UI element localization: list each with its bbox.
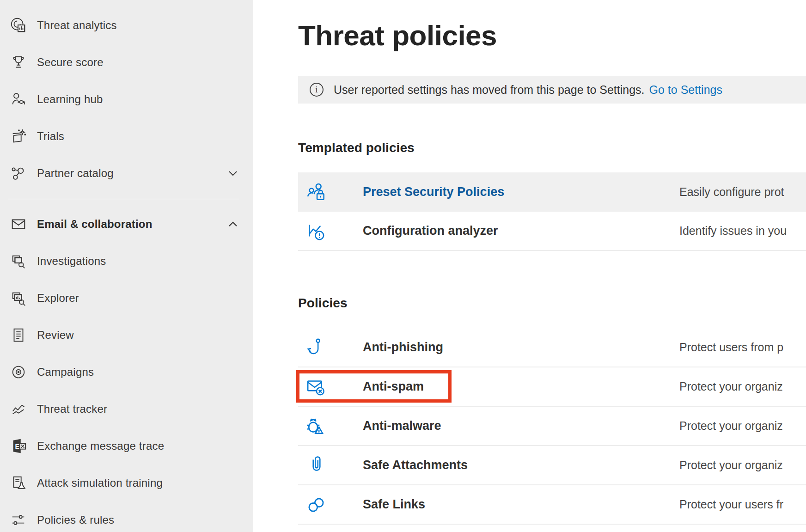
configuration-analyzer-icon	[298, 220, 335, 242]
policy-row-label[interactable]: Anti-spam	[363, 379, 679, 394]
anti-malware-icon	[298, 416, 335, 437]
trials-icon	[9, 127, 28, 146]
policy-row-configuration-analyzer[interactable]: Configuration analyzer Identify issues i…	[298, 212, 806, 251]
policy-row-label[interactable]: Anti-phishing	[363, 340, 679, 355]
page-title: Threat policies	[298, 18, 806, 53]
policy-row-label[interactable]: Anti-malware	[363, 419, 679, 433]
sidebar-divider	[8, 199, 239, 199]
policy-row-description: Identify issues in you	[679, 224, 806, 238]
policy-row-description: Protect your organiz	[679, 419, 806, 433]
policy-row-label[interactable]: Preset Security Policies	[363, 185, 679, 199]
chevron-down-icon[interactable]	[227, 168, 238, 179]
policy-row-label[interactable]: Configuration analyzer	[363, 224, 679, 238]
svg-text:E: E	[15, 443, 19, 450]
policy-row-anti-malware[interactable]: Anti-malware Protect your organiz	[298, 407, 806, 446]
policies-list: Anti-phishing Protect users from p Anti-…	[298, 328, 806, 525]
sidebar-item-learning-hub[interactable]: Learning hub	[0, 81, 253, 118]
sidebar-item-label: Attack simulation training	[37, 477, 163, 489]
sidebar-item-label: Exchange message trace	[37, 440, 164, 453]
sidebar-item-campaigns[interactable]: Campaigns	[0, 354, 253, 391]
sidebar-item-label: Threat tracker	[37, 403, 107, 416]
sidebar-item-policies-rules[interactable]: Policies & rules	[0, 501, 253, 532]
info-banner: i User reported settings has moved from …	[298, 76, 806, 104]
main-content: Threat policies i User reported settings…	[253, 0, 806, 532]
sidebar-item-label: Secure score	[37, 56, 104, 69]
policies-rules-icon	[9, 511, 28, 529]
campaigns-icon	[9, 363, 28, 381]
policy-row-preset-security-policies[interactable]: Preset Security Policies Easily configur…	[298, 172, 806, 212]
sidebar-item-label: Partner catalog	[37, 167, 114, 180]
policy-row-description: Protect users from p	[679, 341, 806, 354]
policy-row-label[interactable]: Safe Attachments	[363, 458, 679, 472]
sidebar-item-investigations[interactable]: Investigations	[0, 243, 253, 280]
sidebar-item-label: Investigations	[37, 255, 106, 268]
learning-hub-icon	[9, 90, 28, 109]
policy-row-description: Easily configure prot	[679, 185, 806, 199]
threat-analytics-icon	[9, 16, 28, 35]
sidebar-item-review[interactable]: Review	[0, 317, 253, 354]
info-icon: i	[310, 83, 324, 97]
exchange-message-trace-icon: E	[9, 437, 28, 455]
policy-row-description: Protect your users fr	[679, 498, 806, 511]
anti-spam-icon	[298, 376, 335, 397]
partner-catalog-icon	[9, 164, 28, 183]
sidebar-item-label: Trials	[37, 130, 64, 143]
preset-security-policies-icon	[298, 182, 335, 203]
anti-phishing-icon	[298, 337, 335, 358]
sidebar-item-label: Explorer	[37, 292, 79, 305]
templated-policies-list: Preset Security Policies Easily configur…	[298, 172, 806, 251]
sidebar-item-label: Review	[37, 329, 74, 342]
sidebar-item-trials[interactable]: Trials	[0, 118, 253, 155]
safe-links-icon	[298, 494, 335, 515]
review-icon	[9, 326, 28, 344]
sidebar-item-threat-analytics[interactable]: Threat analytics	[0, 7, 253, 44]
policy-row-description: Protect your organiz	[679, 380, 806, 393]
templated-policies-heading: Templated policies	[298, 140, 806, 156]
sidebar-item-label: Campaigns	[37, 366, 94, 379]
policy-row-safe-attachments[interactable]: Safe Attachments Protect your organiz	[298, 446, 806, 485]
sidebar-item-email-collaboration[interactable]: Email & collaboration	[0, 206, 253, 243]
go-to-settings-link[interactable]: Go to Settings	[649, 83, 722, 97]
sidebar-item-label: Threat analytics	[37, 19, 117, 32]
policy-row-anti-phishing[interactable]: Anti-phishing Protect users from p	[298, 328, 806, 367]
policy-row-description: Protect your organiz	[679, 459, 806, 472]
sidebar-item-explorer[interactable]: Explorer	[0, 280, 253, 317]
sidebar-item-partner-catalog[interactable]: Partner catalog	[0, 155, 253, 192]
chevron-up-icon[interactable]	[227, 219, 238, 230]
investigations-icon	[9, 252, 28, 270]
policy-row-label[interactable]: Safe Links	[363, 497, 679, 512]
sidebar-item-attack-simulation-training[interactable]: Attack simulation training	[0, 465, 253, 501]
safe-attachments-icon	[298, 455, 335, 476]
sidebar-item-label: Learning hub	[37, 93, 103, 106]
secure-score-icon	[9, 53, 28, 72]
sidebar-item-threat-tracker[interactable]: Threat tracker	[0, 391, 253, 428]
email-collaboration-icon	[9, 215, 28, 233]
defender-portal: Threat analytics Secure score Learning h…	[0, 0, 806, 532]
policy-row-anti-spam[interactable]: Anti-spam Protect your organiz	[298, 367, 806, 407]
threat-tracker-icon	[9, 400, 28, 418]
sidebar-item-exchange-message-trace[interactable]: E Exchange message trace	[0, 428, 253, 465]
policy-row-safe-links[interactable]: Safe Links Protect your users fr	[298, 485, 806, 525]
sidebar: Threat analytics Secure score Learning h…	[0, 0, 253, 532]
sidebar-item-secure-score[interactable]: Secure score	[0, 44, 253, 81]
explorer-icon	[9, 289, 28, 307]
sidebar-item-label: Policies & rules	[37, 514, 114, 526]
policies-heading: Policies	[298, 295, 806, 312]
sidebar-item-label: Email & collaboration	[37, 218, 153, 231]
attack-simulation-training-icon	[9, 474, 28, 492]
banner-text: User reported settings has moved from th…	[334, 83, 645, 97]
